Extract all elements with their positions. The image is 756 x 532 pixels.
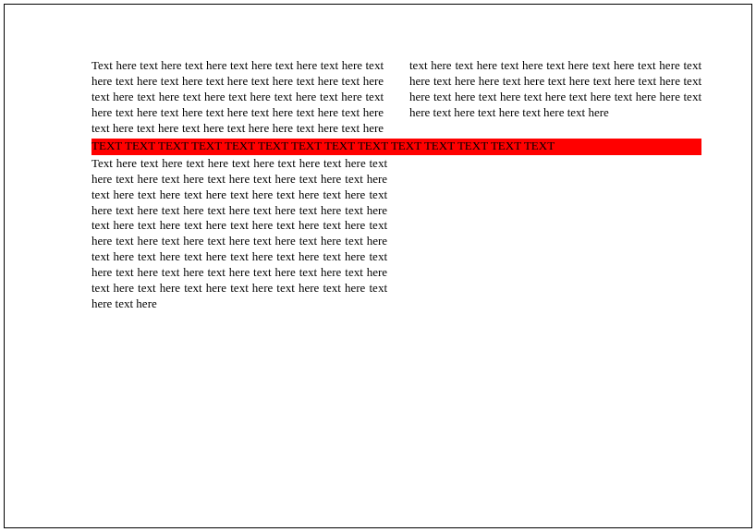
document-page: Text here text here text here text here … (4, 4, 752, 528)
highlight-band: TEXT TEXT TEXT TEXT TEXT TEXT TEXT TEXT … (91, 139, 701, 155)
document-content: Text here text here text here text here … (91, 58, 701, 312)
body-text-single-column: Text here text here text here text here … (91, 156, 387, 312)
body-text-two-column: Text here text here text here text here … (91, 58, 701, 137)
